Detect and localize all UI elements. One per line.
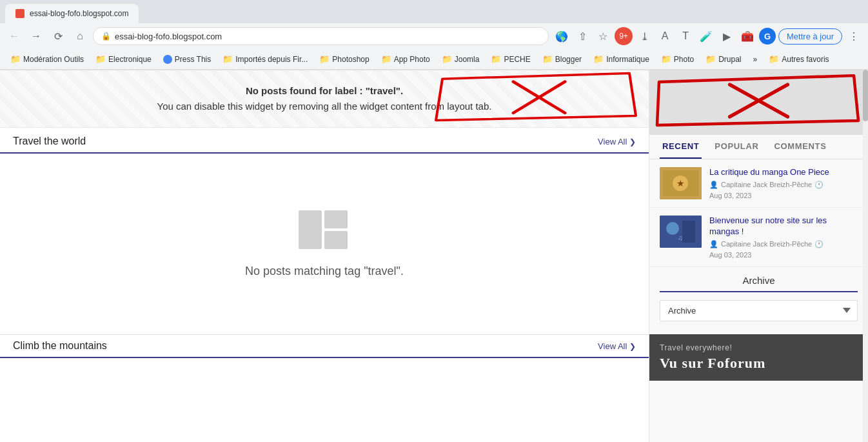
user-icon2: 👤	[709, 240, 718, 248]
folder-icon: 📁	[491, 54, 501, 64]
browser-tabs: essai-blog-fofo.blogspot.com	[0, 0, 868, 23]
section2-title: Climb the mountains	[13, 340, 107, 352]
bookmark-informatique[interactable]: 📁 Informatique	[588, 52, 655, 66]
overlay-logo: Vu sur Foforum	[660, 355, 858, 372]
extension-puzzle-icon[interactable]: 🧪	[697, 27, 715, 45]
sidebar-scribble-area	[649, 70, 868, 135]
chrome-icon	[163, 55, 172, 64]
user-icon: 👤	[709, 181, 718, 189]
icon-rect-right	[324, 210, 348, 249]
url-display: essai-blog-fofo.blogspot.com	[115, 32, 222, 41]
bookmark-label: Autres favoris	[782, 55, 829, 64]
browser-toolbar: ← → ⟳ ⌂ 🔒 essai-blog-fofo.blogspot.com 🌎…	[0, 23, 868, 49]
chevron-right-icon: ❯	[629, 137, 636, 146]
travel-overlay: Travel everywhere! Vu sur Foforum	[649, 334, 868, 381]
bookmark-more[interactable]: »	[748, 53, 763, 66]
translate-icon2[interactable]: T	[676, 27, 695, 45]
clock-icon: 🕐	[814, 181, 824, 189]
bookmark-drupal[interactable]: 📁 Drupal	[700, 52, 746, 66]
folder-icon: 📁	[222, 54, 233, 64]
sidebar-post-2: ♫ Bienvenue sur notre site sur les manga…	[649, 208, 868, 267]
post-2-meta: 👤 Capitaine Jack Breizh-Pêche 🕐 Aug 03, …	[709, 240, 858, 259]
tab-comments[interactable]: COMMENTS	[771, 135, 829, 159]
svg-rect-11	[682, 221, 695, 243]
bookmark-label: App Photo	[394, 55, 430, 64]
svg-text:★: ★	[676, 178, 685, 188]
back-button[interactable]: ←	[5, 27, 23, 45]
folder-icon: 📁	[705, 54, 716, 64]
update-button[interactable]: Mettre à jour	[778, 28, 842, 45]
bookmark-label: Blogger	[555, 55, 582, 64]
post-1-meta: 👤 Capitaine Jack Breizh-Pêche 🕐 Aug 03, …	[709, 181, 858, 199]
icon-rect-br	[324, 231, 348, 249]
bookmark-joomla[interactable]: 📁 Joomla	[437, 52, 485, 66]
archive-select[interactable]: Archive 2023 (2)	[660, 300, 858, 321]
bookmark-label: Drupal	[718, 55, 741, 64]
no-posts-icon	[299, 210, 350, 249]
extension-red-icon[interactable]: 9+	[615, 27, 633, 45]
sidebar: RECENT POPULAR COMMENTS ★ La critique du…	[649, 70, 868, 442]
bookmark-label: Electronique	[108, 55, 152, 64]
overlay-subtitle: Travel everywhere!	[660, 343, 858, 352]
tab-label: essai-blog-fofo.blogspot.com	[30, 9, 128, 18]
chevron-right-icon2: ❯	[629, 342, 636, 351]
clock-icon2: 🕐	[814, 240, 824, 248]
share-icon[interactable]: ⇧	[573, 27, 591, 45]
bookmark-peche[interactable]: 📁 PECHE	[486, 52, 535, 66]
post-2-thumbnail: ♫	[660, 216, 702, 248]
section2-header: Climb the mountains View All ❯	[0, 334, 649, 358]
tab-recent[interactable]: RECENT	[660, 135, 702, 159]
folder-icon: 📁	[442, 54, 452, 64]
folder-icon: 📁	[593, 54, 604, 64]
svg-rect-9	[660, 216, 702, 248]
bookmark-electronique[interactable]: 📁 Electronique	[90, 52, 157, 66]
address-bar[interactable]: 🔒 essai-blog-fofo.blogspot.com	[93, 27, 549, 45]
post-1-author: Capitaine Jack Breizh-Pêche	[721, 181, 812, 188]
translate-icon[interactable]: 🌎	[553, 27, 571, 45]
sidebar-tabs: RECENT POPULAR COMMENTS	[649, 135, 868, 159]
section1-view-all[interactable]: View All ❯	[598, 137, 636, 146]
toolbar-icons: 🌎 ⇧ ☆ 9+ ⤓ A T 🧪 ▶ 🧰 G Mettre à jour ⋮	[553, 27, 863, 45]
sidebar-post-1: ★ La critique du manga One Piece 👤 Capit…	[649, 159, 868, 208]
bookmark-label: Photoshop	[332, 55, 369, 64]
bookmark-importes[interactable]: 📁 Importés depuis Fir...	[217, 52, 313, 66]
folder-icon: 📁	[10, 54, 21, 64]
warning-text: No posts found for label : "travel". You…	[13, 83, 636, 114]
google-account-icon[interactable]: A	[656, 27, 674, 45]
bookmark-photoshop[interactable]: 📁 Photoshop	[314, 52, 374, 66]
bookmark-star-icon[interactable]: ☆	[594, 27, 612, 45]
scrollbar-thumb[interactable]	[863, 70, 868, 121]
menu-icon[interactable]: ⋮	[845, 27, 863, 45]
active-tab[interactable]: essai-blog-fofo.blogspot.com	[5, 4, 139, 23]
no-posts-text: No posts matching tag "travel".	[245, 265, 404, 278]
bookmark-photo[interactable]: 📁 Photo	[656, 52, 699, 66]
extensions-icon[interactable]: 🧰	[738, 27, 756, 45]
post-1-title[interactable]: La critique du manga One Piece	[709, 167, 858, 178]
folder-icon: 📁	[381, 54, 391, 64]
bookmark-moderation[interactable]: 📁 Modération Outils	[5, 52, 89, 66]
bookmark-autres-favoris[interactable]: 📁 Autres favoris	[764, 52, 834, 66]
post-2-info: Bienvenue sur notre site sur les mangas …	[709, 216, 858, 259]
section2-view-all[interactable]: View All ❯	[598, 341, 636, 351]
archive-title: Archive	[660, 275, 858, 292]
lock-icon: 🔒	[101, 32, 111, 41]
forward-button[interactable]: →	[27, 27, 45, 45]
sidebar-scribble-svg	[649, 70, 868, 135]
no-posts-area: No posts matching tag "travel".	[0, 154, 649, 334]
post-1-thumbnail: ★	[660, 167, 702, 199]
bookmark-press-this[interactable]: Press This	[158, 53, 216, 66]
bookmark-blogger[interactable]: 📁 Blogger	[537, 52, 587, 66]
scrollbar-track[interactable]	[863, 70, 868, 442]
post-2-title[interactable]: Bienvenue sur notre site sur les mangas …	[709, 216, 858, 237]
profile-avatar[interactable]: G	[759, 28, 776, 45]
home-button[interactable]: ⌂	[71, 27, 89, 45]
bookmark-label: Modération Outils	[23, 55, 84, 64]
bookmark-label: Informatique	[606, 55, 649, 64]
page-wrapper: No posts found for label : "travel". You…	[0, 70, 868, 442]
media-icon[interactable]: ▶	[718, 27, 736, 45]
post-1-date: Aug 03, 2023	[709, 192, 751, 199]
bookmark-app-photo[interactable]: 📁 App Photo	[376, 52, 435, 66]
reload-button[interactable]: ⟳	[49, 27, 67, 45]
download-icon[interactable]: ⤓	[635, 27, 653, 45]
tab-popular[interactable]: POPULAR	[712, 135, 761, 159]
